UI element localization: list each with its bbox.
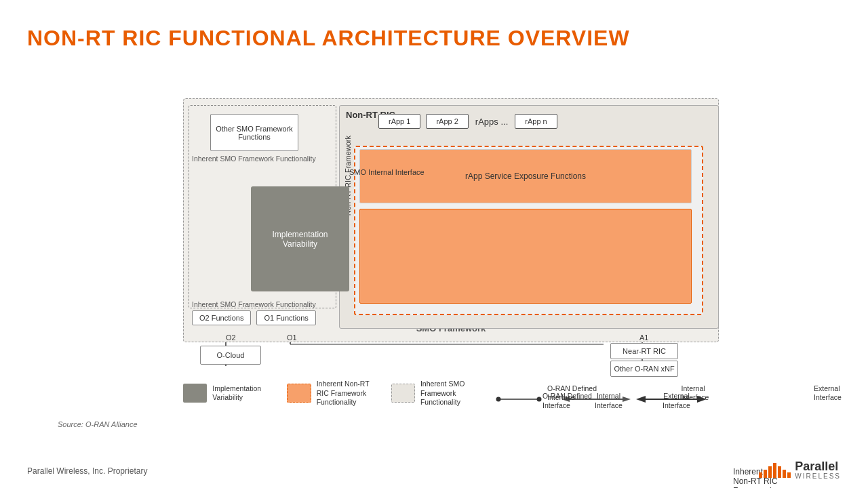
impl-var-box: Implementation Variability <box>251 186 349 291</box>
inherent-smo-label-bottom: Inherent SMO Framework Functionality <box>192 300 316 308</box>
other-smo-box: Other SMO Framework Functions <box>210 114 298 151</box>
footer-label: Parallel Wireless, Inc. Proprietary <box>27 466 147 476</box>
rapp-dots: rApps ... <box>475 117 508 127</box>
legend-inherent-nonrt-icon <box>287 384 311 403</box>
rapp-2-box: rApp 2 <box>426 114 468 129</box>
smo-internal-label: SMO Internal Interface <box>349 168 425 176</box>
legend-inherent-nonrt-label: Inherent Non-RT RIC Framework Functional… <box>317 380 371 407</box>
rapp-1-box: rApp 1 <box>378 114 420 129</box>
legend-oran-arrow <box>495 388 542 398</box>
bottom-func-boxes: O2 Functions O1 Functions <box>192 310 316 325</box>
inherent-smo-label-top: Inherent SMO Framework Functionality <box>192 155 316 163</box>
legend-inherent-nonrt: Inherent Non-RT RIC Framework Functional… <box>287 380 370 407</box>
legend-inherent-smo-icon <box>391 384 415 403</box>
near-rt-ric-box: Near-RT RIC <box>610 343 678 359</box>
legend-impl-var-label: Implementation Variability <box>212 384 267 403</box>
source-label: Source: O-RAN Alliance <box>58 420 138 428</box>
o2-label: O2 <box>226 333 236 342</box>
legend-external-arrow <box>755 388 808 398</box>
inherent-nonrt-box: Inherent Non-RT RIC Framework Functional… <box>359 209 692 304</box>
pw-logo: Parallel WIRELESS <box>759 460 841 480</box>
legend-external-label: External Interface <box>814 384 868 403</box>
pw-logo-sub: WIRELESS <box>795 472 841 480</box>
legend-impl-var: Implementation Variability <box>183 384 267 403</box>
legend-area: Implementation Variability Inherent Non-… <box>183 380 868 407</box>
rapp-n-box: rApp n <box>515 114 557 129</box>
legend-impl-var-icon <box>183 384 207 403</box>
page-title: NON-RT RIC FUNCTIONAL ARCHITECTURE OVERV… <box>27 26 630 51</box>
legend-inherent-smo-label: Inherent SMO Framework Functionality <box>420 380 475 407</box>
o1-functions-box: O1 Functions <box>256 310 315 325</box>
legend-internal-text: Internal Interface <box>583 392 634 410</box>
other-oran-xnf-box: Other O-RAN xNF <box>610 361 678 377</box>
legend-inherent-smo: Inherent SMO Framework Functionality <box>391 380 475 407</box>
legend-external-text: External Interface <box>651 392 702 410</box>
a1-label: A1 <box>639 333 648 342</box>
ocloud-box: O-Cloud <box>200 346 261 365</box>
legend-external: External Interface <box>755 384 868 403</box>
o1-label: O1 <box>287 333 297 342</box>
pw-bars-icon <box>759 463 791 478</box>
o2-functions-box: O2 Functions <box>192 310 251 325</box>
rapp-service-box: rApp Service Exposure Functions <box>359 149 692 203</box>
